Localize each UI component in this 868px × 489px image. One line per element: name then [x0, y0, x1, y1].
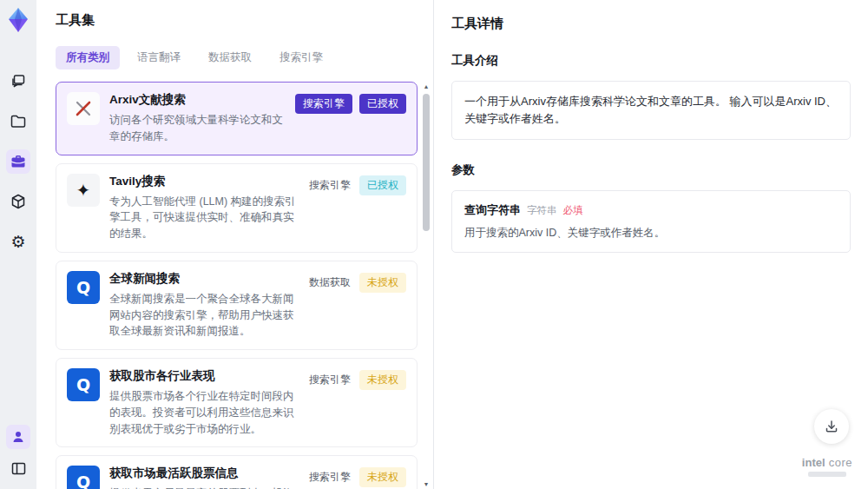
tool-name: 获取股市各行业表现 [109, 368, 298, 384]
category-badge: 搜索引擎 [295, 94, 352, 114]
tool-description: 全球新闻搜索是一个聚合全球各大新闻网站内容的搜索引擎，帮助用户快速获取全球最新资… [109, 291, 298, 340]
gear-icon: ⚙ [10, 234, 25, 250]
auth-status-badge: 未授权 [359, 467, 406, 487]
category-badge: 搜索引擎 [307, 175, 352, 195]
tool-description: 访问各个研究领域大量科学论文和文章的存储库。 [109, 112, 286, 145]
tool-card-arxiv[interactable]: Arxiv文献搜索 访问各个研究领域大量科学论文和文章的存储库。 搜索引擎 已授… [56, 82, 418, 155]
param-type: 字符串 [527, 204, 557, 217]
tool-description: 提供当天交易量最高的股票列表，投资者可以利用这些信息来识别流动性强的股票和潜在的… [109, 486, 298, 489]
download-button[interactable] [814, 409, 849, 444]
news-search-logo-icon: Q [67, 271, 100, 304]
tool-card-tavily[interactable]: ✦ Tavily搜索 专为人工智能代理 (LLM) 构建的搜索引擎工具，可快速提… [56, 163, 418, 253]
tool-name: 获取市场最活跃股票信息 [109, 466, 298, 481]
category-badge: 搜索引擎 [307, 370, 352, 390]
tool-list-scroll-area: Arxiv文献搜索 访问各个研究领域大量科学论文和文章的存储库。 搜索引擎 已授… [56, 82, 433, 489]
tool-list: Arxiv文献搜索 访问各个研究领域大量科学论文和文章的存储库。 搜索引擎 已授… [56, 82, 418, 489]
list-scrollbar[interactable]: ▲ ▼ [421, 83, 431, 487]
param-description: 用于搜索的Arxiv ID、关键字或作者姓名。 [464, 226, 838, 241]
left-rail: ⚙ [0, 0, 36, 489]
params-heading: 参数 [451, 162, 851, 178]
tool-card-global-news[interactable]: Q 全球新闻搜索 全球新闻搜索是一个聚合全球各大新闻网站内容的搜索引擎，帮助用户… [56, 261, 418, 350]
panel-toggle-icon [10, 460, 27, 477]
page-title: 工具集 [56, 12, 433, 29]
tool-detail-panel: 工具详情 工具介绍 一个用于从Arxiv存储库搜索科学论文和文章的工具。 输入可… [434, 0, 868, 489]
tab-all-categories[interactable]: 所有类别 [56, 46, 120, 69]
tavily-logo-icon: ✦ [67, 174, 100, 207]
stock-tool-logo-icon: Q [67, 466, 100, 489]
stock-tool-logo-icon: Q [67, 368, 100, 401]
app-logo[interactable] [5, 7, 31, 33]
user-icon [10, 429, 26, 445]
sidebar-item-settings[interactable]: ⚙ [6, 229, 30, 254]
category-badge: 搜索引擎 [307, 467, 352, 487]
cube-icon [10, 193, 27, 210]
auth-status-badge: 已授权 [359, 175, 406, 195]
tab-data-fetch[interactable]: 数据获取 [198, 46, 262, 69]
tool-card-most-active-stocks[interactable]: Q 获取市场最活跃股票信息 提供当天交易量最高的股票列表，投资者可以利用这些信息… [56, 455, 418, 489]
sidebar-item-tools[interactable] [6, 149, 30, 174]
auth-status-badge: 已授权 [359, 94, 406, 114]
auth-status-badge: 未授权 [359, 273, 406, 293]
tool-card-sector-performance[interactable]: Q 获取股市各行业表现 提供股票市场各个行业在特定时间段内的表现。投资者可以利用… [56, 358, 418, 447]
category-tabs: 所有类别 语言翻译 数据获取 搜索引擎 [56, 46, 433, 69]
param-name: 查询字符串 [464, 202, 521, 218]
tool-list-panel: 工具集 所有类别 语言翻译 数据获取 搜索引擎 Arxiv文献搜索 访问各个研究… [36, 0, 434, 489]
scrollbar-up-arrow[interactable]: ▲ [421, 83, 431, 89]
intro-text: 一个用于从Arxiv存储库搜索科学论文和文章的工具。 输入可以是Arxiv ID… [464, 93, 838, 128]
sidebar-item-files[interactable] [6, 109, 30, 134]
intro-box: 一个用于从Arxiv存储库搜索科学论文和文章的工具。 输入可以是Arxiv ID… [451, 81, 851, 140]
tool-name: 全球新闻搜索 [109, 271, 298, 287]
user-avatar-button[interactable] [6, 425, 30, 449]
auth-status-badge: 未授权 [359, 370, 406, 390]
tool-description: 提供股票市场各个行业在特定时间段内的表现。投资者可以利用这些信息来识别表现优于或… [109, 388, 298, 437]
tool-description: 专为人工智能代理 (LLM) 构建的搜索引擎工具，可快速提供实时、准确和真实的结… [109, 194, 298, 242]
intro-heading: 工具介绍 [451, 53, 851, 69]
tool-name: Arxiv文献搜索 [109, 92, 286, 108]
sidebar-item-chat[interactable] [6, 69, 30, 94]
intel-core-logo: intel core [802, 456, 852, 477]
tab-search-engine[interactable]: 搜索引擎 [269, 46, 333, 69]
arxiv-logo-icon [67, 92, 100, 125]
tool-name: Tavily搜索 [109, 174, 298, 189]
scrollbar-down-arrow[interactable]: ▼ [421, 481, 431, 487]
param-box: 查询字符串 字符串 必填 用于搜索的Arxiv ID、关键字或作者姓名。 [451, 190, 851, 253]
folder-icon [10, 113, 27, 130]
tab-language-translation[interactable]: 语言翻译 [127, 46, 191, 69]
panel-toggle-button[interactable] [6, 456, 30, 480]
detail-title: 工具详情 [451, 16, 851, 32]
briefcase-icon [10, 153, 27, 170]
sidebar-item-models[interactable] [6, 189, 30, 214]
category-badge: 数据获取 [307, 273, 352, 293]
scrollbar-thumb[interactable] [423, 94, 430, 231]
chat-icon [10, 73, 27, 90]
download-icon [824, 419, 839, 434]
param-required-badge: 必填 [563, 204, 583, 217]
